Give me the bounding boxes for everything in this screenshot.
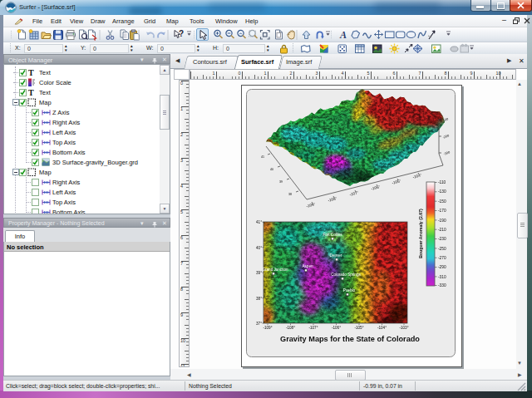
svg-text:A: A <box>339 29 347 41</box>
svg-text:Bouguer Anomaly (2.67): Bouguer Anomaly (2.67) <box>418 209 423 258</box>
svg-text:Grand Junction: Grand Junction <box>262 268 288 272</box>
svg-text:T: T <box>28 88 34 97</box>
svg-text:-270: -270 <box>438 256 446 260</box>
svg-text:-230: -230 <box>438 237 446 241</box>
svg-text:-150: -150 <box>438 199 446 204</box>
svg-text:Gravity Maps for the State of: Gravity Maps for the State of Colorado <box>280 335 420 343</box>
svg-text:-250: -250 <box>438 247 446 251</box>
svg-text:-104°: -104° <box>377 326 387 330</box>
svg-text:-330: -330 <box>438 283 446 287</box>
svg-text:-290: -290 <box>438 265 446 269</box>
svg-text:-190: -190 <box>438 219 446 223</box>
svg-text:-170: -170 <box>438 209 446 213</box>
svg-text:40: 40 <box>270 168 273 171</box>
svg-text:-310: -310 <box>438 275 446 279</box>
svg-text:37°: 37° <box>256 322 262 326</box>
svg-text:-110: -110 <box>438 180 446 184</box>
svg-text:38: 38 <box>288 193 292 196</box>
svg-text:Fort Collins: Fort Collins <box>323 233 342 237</box>
svg-text:-106°: -106° <box>332 326 341 330</box>
svg-text:-210: -210 <box>438 228 446 232</box>
svg-text:Colorado Springs: Colorado Springs <box>331 273 361 277</box>
svg-text:T: T <box>28 68 34 77</box>
svg-text:38°: 38° <box>256 297 262 301</box>
svg-text:-130: -130 <box>438 189 446 194</box>
svg-text:41°: 41° <box>256 220 262 224</box>
svg-text:39°: 39° <box>256 271 262 275</box>
svg-text:41: 41 <box>261 155 264 159</box>
svg-text:40°: 40° <box>256 246 262 250</box>
svg-text:Denver: Denver <box>330 253 342 258</box>
svg-text:-105°: -105° <box>354 326 363 330</box>
svg-text:Pueblo: Pueblo <box>343 288 356 292</box>
svg-text:-108°: -108° <box>286 326 295 330</box>
svg-text:-103°: -103° <box>399 326 408 330</box>
svg-text:?: ? <box>179 29 184 38</box>
svg-text:39: 39 <box>279 180 283 184</box>
svg-text:Aspen: Aspen <box>302 264 313 268</box>
svg-text:-107°: -107° <box>308 326 318 330</box>
svg-text:-109°: -109° <box>263 326 272 330</box>
